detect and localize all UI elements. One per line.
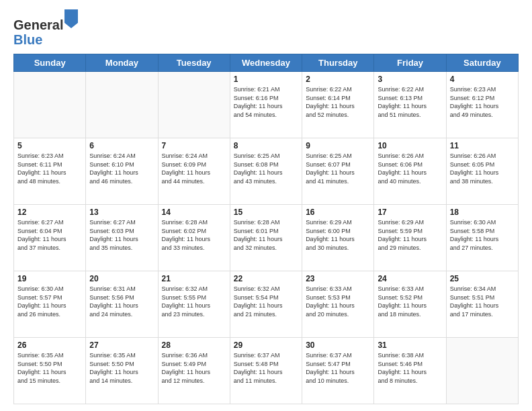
- calendar-cell: [446, 338, 518, 404]
- day-number: 18: [450, 208, 515, 217]
- day-number: 6: [89, 141, 154, 150]
- calendar-cell: 12Sunrise: 6:27 AM Sunset: 6:04 PM Dayli…: [14, 205, 86, 271]
- calendar-cell: [158, 72, 230, 138]
- day-number: 21: [162, 274, 226, 283]
- calendar-cell: 17Sunrise: 6:29 AM Sunset: 5:59 PM Dayli…: [374, 205, 446, 271]
- calendar-cell: 2Sunrise: 6:22 AM Sunset: 6:14 PM Daylig…: [302, 72, 374, 138]
- day-info: Sunrise: 6:38 AM Sunset: 5:46 PM Dayligh…: [378, 351, 442, 385]
- calendar-cell: 14Sunrise: 6:28 AM Sunset: 6:02 PM Dayli…: [158, 205, 230, 271]
- day-number: 10: [378, 141, 442, 150]
- day-number: 15: [234, 208, 298, 217]
- calendar-cell: 11Sunrise: 6:26 AM Sunset: 6:05 PM Dayli…: [446, 138, 518, 205]
- calendar-cell: 22Sunrise: 6:32 AM Sunset: 5:54 PM Dayli…: [230, 271, 302, 338]
- day-number: 27: [89, 340, 154, 350]
- day-info: Sunrise: 6:22 AM Sunset: 6:14 PM Dayligh…: [306, 85, 370, 119]
- day-info: Sunrise: 6:27 AM Sunset: 6:04 PM Dayligh…: [17, 218, 82, 252]
- calendar-cell: 31Sunrise: 6:38 AM Sunset: 5:46 PM Dayli…: [374, 338, 446, 404]
- day-of-week-header: Sunday: [14, 54, 86, 72]
- calendar-cell: 7Sunrise: 6:24 AM Sunset: 6:09 PM Daylig…: [158, 138, 230, 205]
- day-number: 31: [378, 340, 442, 350]
- calendar-cell: 10Sunrise: 6:26 AM Sunset: 6:06 PM Dayli…: [374, 138, 446, 205]
- day-info: Sunrise: 6:32 AM Sunset: 5:55 PM Dayligh…: [162, 285, 226, 318]
- day-of-week-header: Wednesday: [230, 54, 302, 72]
- day-info: Sunrise: 6:21 AM Sunset: 6:16 PM Dayligh…: [234, 85, 298, 119]
- logo-blue: Blue: [13, 32, 42, 47]
- day-of-week-header: Monday: [86, 54, 158, 72]
- day-info: Sunrise: 6:29 AM Sunset: 6:00 PM Dayligh…: [306, 218, 370, 252]
- day-number: 20: [89, 274, 154, 283]
- calendar-cell: 15Sunrise: 6:28 AM Sunset: 6:01 PM Dayli…: [230, 205, 302, 271]
- calendar-cell: 26Sunrise: 6:35 AM Sunset: 5:50 PM Dayli…: [14, 338, 86, 404]
- day-of-week-header: Tuesday: [158, 54, 230, 72]
- logo-icon: [64, 9, 78, 28]
- day-number: 19: [17, 274, 82, 283]
- calendar-week-row: 26Sunrise: 6:35 AM Sunset: 5:50 PM Dayli…: [14, 338, 519, 404]
- day-number: 8: [234, 141, 298, 150]
- calendar-body: 1Sunrise: 6:21 AM Sunset: 6:16 PM Daylig…: [14, 72, 519, 404]
- day-number: 1: [234, 75, 298, 84]
- day-number: 26: [17, 340, 82, 350]
- day-info: Sunrise: 6:27 AM Sunset: 6:03 PM Dayligh…: [89, 218, 154, 252]
- day-number: 2: [306, 75, 370, 84]
- day-number: 22: [234, 274, 298, 283]
- header: General Blue: [13, 11, 519, 47]
- day-info: Sunrise: 6:29 AM Sunset: 5:59 PM Dayligh…: [378, 218, 442, 252]
- calendar-table: SundayMondayTuesdayWednesdayThursdayFrid…: [13, 54, 519, 404]
- calendar-cell: 13Sunrise: 6:27 AM Sunset: 6:03 PM Dayli…: [86, 205, 158, 271]
- calendar-cell: 16Sunrise: 6:29 AM Sunset: 6:00 PM Dayli…: [302, 205, 374, 271]
- calendar-cell: 5Sunrise: 6:23 AM Sunset: 6:11 PM Daylig…: [14, 138, 86, 205]
- calendar-cell: 20Sunrise: 6:31 AM Sunset: 5:56 PM Dayli…: [86, 271, 158, 338]
- calendar-week-row: 12Sunrise: 6:27 AM Sunset: 6:04 PM Dayli…: [14, 205, 519, 271]
- calendar-cell: 9Sunrise: 6:25 AM Sunset: 6:07 PM Daylig…: [302, 138, 374, 205]
- day-number: 7: [162, 141, 226, 150]
- logo-text: General Blue: [13, 11, 78, 47]
- day-of-week-header: Friday: [374, 54, 446, 72]
- day-number: 28: [162, 340, 226, 350]
- calendar-cell: 3Sunrise: 6:22 AM Sunset: 6:13 PM Daylig…: [374, 72, 446, 138]
- day-info: Sunrise: 6:26 AM Sunset: 6:06 PM Dayligh…: [378, 152, 442, 185]
- day-info: Sunrise: 6:32 AM Sunset: 5:54 PM Dayligh…: [234, 285, 298, 318]
- day-info: Sunrise: 6:35 AM Sunset: 5:50 PM Dayligh…: [17, 351, 82, 385]
- calendar-cell: 18Sunrise: 6:30 AM Sunset: 5:58 PM Dayli…: [446, 205, 518, 271]
- calendar-cell: 30Sunrise: 6:37 AM Sunset: 5:47 PM Dayli…: [302, 338, 374, 404]
- day-number: 30: [306, 340, 370, 350]
- day-number: 25: [450, 274, 515, 283]
- calendar-header: SundayMondayTuesdayWednesdayThursdayFrid…: [14, 54, 519, 72]
- calendar-cell: 6Sunrise: 6:24 AM Sunset: 6:10 PM Daylig…: [86, 138, 158, 205]
- calendar-cell: [14, 72, 86, 138]
- days-header-row: SundayMondayTuesdayWednesdayThursdayFrid…: [14, 54, 519, 72]
- page: General Blue SundayMondayTuesdayWednesda…: [0, 0, 532, 411]
- calendar-cell: 29Sunrise: 6:37 AM Sunset: 5:48 PM Dayli…: [230, 338, 302, 404]
- day-info: Sunrise: 6:30 AM Sunset: 5:57 PM Dayligh…: [17, 285, 82, 318]
- calendar-cell: 21Sunrise: 6:32 AM Sunset: 5:55 PM Dayli…: [158, 271, 230, 338]
- day-of-week-header: Thursday: [302, 54, 374, 72]
- day-number: 16: [306, 208, 370, 217]
- calendar-cell: 24Sunrise: 6:33 AM Sunset: 5:52 PM Dayli…: [374, 271, 446, 338]
- day-info: Sunrise: 6:37 AM Sunset: 5:47 PM Dayligh…: [306, 351, 370, 385]
- day-number: 5: [17, 141, 82, 150]
- day-info: Sunrise: 6:25 AM Sunset: 6:07 PM Dayligh…: [306, 152, 370, 185]
- day-info: Sunrise: 6:30 AM Sunset: 5:58 PM Dayligh…: [450, 218, 515, 252]
- day-number: 23: [306, 274, 370, 283]
- day-info: Sunrise: 6:26 AM Sunset: 6:05 PM Dayligh…: [450, 152, 515, 185]
- day-number: 14: [162, 208, 226, 217]
- day-info: Sunrise: 6:36 AM Sunset: 5:49 PM Dayligh…: [162, 351, 226, 385]
- calendar-week-row: 5Sunrise: 6:23 AM Sunset: 6:11 PM Daylig…: [14, 138, 519, 205]
- day-number: 29: [234, 340, 298, 350]
- logo: General Blue: [13, 11, 78, 47]
- day-info: Sunrise: 6:33 AM Sunset: 5:52 PM Dayligh…: [378, 285, 442, 318]
- day-of-week-header: Saturday: [446, 54, 518, 72]
- day-number: 24: [378, 274, 442, 283]
- day-info: Sunrise: 6:28 AM Sunset: 6:01 PM Dayligh…: [234, 218, 298, 252]
- calendar-cell: [86, 72, 158, 138]
- day-number: 17: [378, 208, 442, 217]
- day-info: Sunrise: 6:24 AM Sunset: 6:10 PM Dayligh…: [89, 152, 154, 185]
- calendar-week-row: 19Sunrise: 6:30 AM Sunset: 5:57 PM Dayli…: [14, 271, 519, 338]
- calendar-cell: 4Sunrise: 6:23 AM Sunset: 6:12 PM Daylig…: [446, 72, 518, 138]
- day-info: Sunrise: 6:31 AM Sunset: 5:56 PM Dayligh…: [89, 285, 154, 318]
- logo-general: General: [13, 17, 63, 32]
- day-number: 11: [450, 141, 515, 150]
- day-info: Sunrise: 6:23 AM Sunset: 6:12 PM Dayligh…: [450, 85, 515, 119]
- day-number: 4: [450, 75, 515, 84]
- calendar-cell: 23Sunrise: 6:33 AM Sunset: 5:53 PM Dayli…: [302, 271, 374, 338]
